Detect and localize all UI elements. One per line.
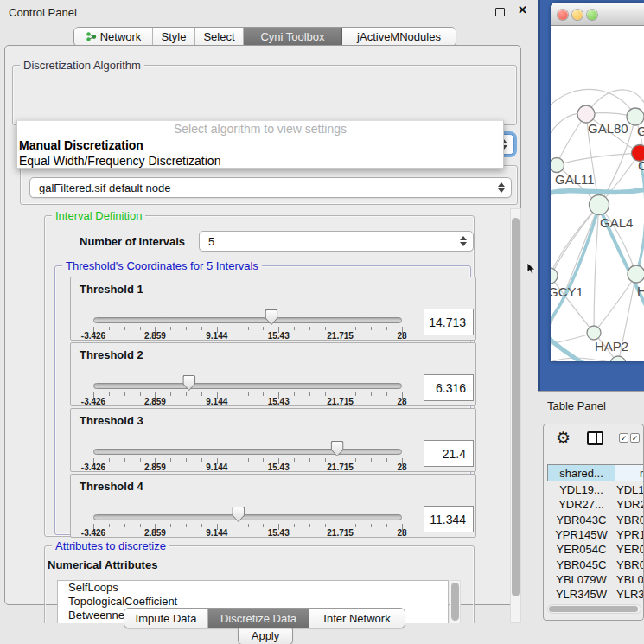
attributes-scrollbar[interactable] bbox=[450, 580, 461, 623]
algorithm-popup-prompt: Select algorithm to view settings bbox=[17, 121, 503, 137]
tick-mark bbox=[294, 458, 295, 462]
tick-mark bbox=[201, 327, 202, 330]
tick-mark bbox=[309, 392, 310, 396]
close-traffic-icon[interactable] bbox=[558, 10, 568, 20]
tick-mark bbox=[248, 327, 249, 330]
tab-label: Style bbox=[162, 30, 187, 43]
tick-mark bbox=[233, 524, 233, 527]
tick-label: 15.43 bbox=[268, 462, 290, 472]
threshold-value-field[interactable]: 6.316 bbox=[424, 374, 474, 401]
cell-shared-name: YER054C bbox=[548, 543, 615, 556]
mouse-cursor bbox=[526, 262, 537, 276]
num-intervals-combobox[interactable]: 5 bbox=[199, 231, 474, 252]
tab-network[interactable]: Network bbox=[74, 28, 153, 46]
threshold-box-4: Threshold 4-3.4262.8599.14415.4321.71528… bbox=[70, 474, 476, 538]
threshold-value-field[interactable]: 21.4 bbox=[424, 440, 474, 467]
tab-label: Impute Data bbox=[136, 612, 197, 625]
node-label-gal80: GAL80 bbox=[588, 121, 628, 136]
tab-discretize-data[interactable]: Discretize Data bbox=[208, 609, 309, 628]
network-icon bbox=[86, 31, 97, 42]
tick-mark bbox=[124, 392, 125, 396]
table-panel-window: ⚙ ✓ ✓ shared... n YDL19...YDL1YDR27...YD… bbox=[543, 424, 644, 621]
tick-label: 2.859 bbox=[144, 331, 166, 341]
cell-name: YLR3 bbox=[616, 588, 644, 601]
table-row[interactable]: YDL19...YDL1 bbox=[544, 483, 644, 498]
tick-mark bbox=[294, 327, 295, 330]
cell-shared-name: YDR27... bbox=[548, 498, 615, 511]
tick-mark bbox=[248, 524, 249, 527]
tick-mark bbox=[294, 392, 295, 396]
tick-mark bbox=[371, 458, 372, 462]
tick-mark bbox=[233, 392, 233, 396]
split-columns-icon[interactable] bbox=[587, 431, 603, 445]
threshold-slider[interactable]: -3.4262.8599.14415.4321.71528 bbox=[93, 343, 402, 407]
node-gal11 bbox=[551, 158, 564, 173]
panel-title: Control Panel bbox=[9, 6, 77, 19]
tick-mark bbox=[201, 392, 202, 396]
tick-mark bbox=[186, 327, 187, 330]
tab-infer-network[interactable]: Infer Network bbox=[309, 609, 405, 628]
table-row[interactable]: YPR145WYPR1 bbox=[544, 528, 644, 543]
threshold-slider[interactable]: -3.4262.8599.14415.4321.71528 bbox=[93, 409, 402, 473]
panel-scrollbar[interactable] bbox=[510, 208, 521, 623]
attribute-item[interactable]: SelfLoops bbox=[58, 581, 448, 595]
tick-mark bbox=[263, 524, 264, 527]
threshold-box-1: Threshold 1-3.4262.8599.14415.4321.71528… bbox=[70, 277, 476, 341]
column-header-name[interactable]: n bbox=[615, 464, 644, 481]
table-row[interactable]: YBR043CYBR0 bbox=[544, 513, 644, 528]
table-row[interactable]: YBL079WYBL0 bbox=[544, 573, 644, 588]
slider-track bbox=[93, 449, 402, 455]
node-label-gal4: GAL4 bbox=[600, 215, 633, 230]
attribute-item[interactable]: TopologicalCoefficient bbox=[58, 595, 448, 609]
checkbox-icon[interactable]: ✓ bbox=[630, 433, 640, 443]
threshold-value-field[interactable]: 11.344 bbox=[424, 506, 474, 532]
threshold-slider[interactable]: -3.4262.8599.14415.4321.71528 bbox=[93, 277, 402, 341]
table-row[interactable]: YER054CYER0 bbox=[544, 543, 644, 558]
network-canvas[interactable]: GAL80GACGAL11GAL4GCY1HHAP2 bbox=[551, 27, 644, 361]
checkbox-icon[interactable]: ✓ bbox=[619, 433, 628, 443]
network-window-titlebar[interactable] bbox=[551, 3, 644, 26]
table-row[interactable]: YDR27...YDR2 bbox=[544, 498, 644, 513]
tab-style[interactable]: Style bbox=[153, 28, 195, 46]
popup-item-1[interactable]: Equal Width/Frequency Discretization bbox=[17, 153, 503, 169]
algorithm-popup[interactable]: Select algorithm to view settings Manual… bbox=[16, 120, 504, 169]
tick-label: 21.715 bbox=[327, 331, 354, 341]
tick-mark bbox=[233, 458, 233, 462]
table-data-combobox[interactable]: galFiltered.sif default node bbox=[29, 177, 512, 198]
threshold-slider[interactable]: -3.4262.8599.14415.4321.71528 bbox=[93, 475, 402, 539]
node-hap2 bbox=[587, 326, 601, 340]
tick-label: 21.715 bbox=[327, 462, 354, 472]
gear-icon[interactable]: ⚙ bbox=[556, 428, 571, 448]
close-icon[interactable]: ✕ bbox=[518, 3, 527, 16]
table-hscrollbar[interactable] bbox=[547, 604, 641, 614]
tick-label: 9.144 bbox=[206, 462, 227, 472]
cell-name: YDR2 bbox=[616, 498, 644, 511]
tick-label: -3.426 bbox=[81, 462, 105, 472]
float-window-icon[interactable] bbox=[495, 8, 505, 16]
num-intervals-label: Number of Intervals bbox=[80, 235, 185, 248]
column-header-shared[interactable]: shared... bbox=[547, 464, 615, 481]
cell-name: YBR0 bbox=[616, 513, 644, 526]
tick-mark bbox=[170, 458, 171, 462]
algorithm-popup-items: Manual DiscretizationEqual Width/Frequen… bbox=[17, 137, 503, 169]
tab-cyni-toolbox[interactable]: Cyni Toolbox bbox=[244, 28, 342, 46]
table-row[interactable]: YIL052CYIL0 bbox=[544, 603, 644, 603]
tab-jactivemnodules[interactable]: jActiveMNodules bbox=[342, 28, 456, 46]
node-label-ga: GA bbox=[637, 124, 644, 138]
top-tab-bar: NetworkStyleSelectCyni ToolboxjActiveMNo… bbox=[73, 27, 456, 47]
cell-name: YBR0 bbox=[616, 558, 644, 571]
apply-button[interactable]: Apply bbox=[238, 626, 293, 644]
tab-impute-data[interactable]: Impute Data bbox=[124, 609, 208, 628]
minimize-traffic-icon[interactable] bbox=[572, 10, 583, 20]
zoom-traffic-icon[interactable] bbox=[587, 10, 597, 20]
table-row[interactable]: YLR345WYLR3 bbox=[544, 588, 644, 603]
table-row[interactable]: YBR045CYBR0 bbox=[544, 558, 644, 573]
popup-item-0[interactable]: Manual Discretization bbox=[17, 137, 503, 153]
tab-label: Cyni Toolbox bbox=[260, 30, 324, 43]
threshold-value-field[interactable]: 14.713 bbox=[424, 309, 474, 335]
tab-select[interactable]: Select bbox=[195, 28, 244, 46]
node-label-h: H bbox=[637, 284, 644, 298]
table-rows: YDL19...YDL1YDR27...YDR2YBR043CYBR0YPR14… bbox=[544, 483, 644, 603]
tick-mark bbox=[325, 392, 326, 396]
num-intervals-value: 5 bbox=[208, 235, 214, 248]
